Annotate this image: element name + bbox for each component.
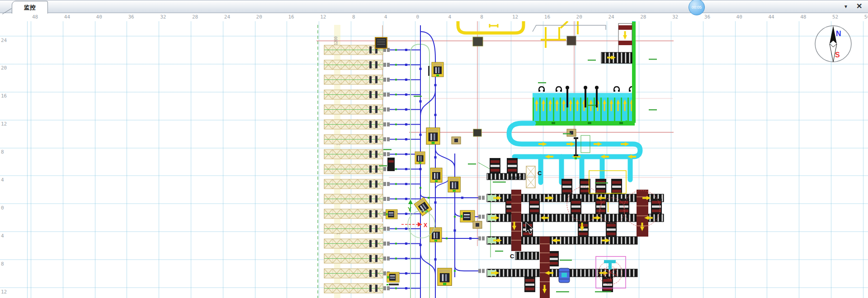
rotate-symbol: C	[510, 253, 514, 260]
dropdown-caret-icon[interactable]: ▼	[844, 5, 848, 9]
ruler-label-top: 24	[608, 14, 614, 20]
ruler-label-left: 4	[1, 233, 4, 239]
pallet-rack-rows	[324, 45, 383, 293]
ruler-label-left: 8	[1, 261, 4, 267]
close-icon[interactable]: ✕	[856, 3, 862, 10]
ruler-label-top: 4	[448, 14, 451, 20]
ruler-vertical: 242016128404812	[0, 21, 8, 298]
axis-x-label: X	[424, 222, 427, 228]
axis-y-label: Y	[408, 206, 411, 213]
ruler-label-left: 24	[1, 37, 7, 43]
ruler-label-top: 44	[768, 14, 774, 20]
ruler-label-left: 0	[1, 205, 4, 211]
compass-south-label: S	[835, 51, 840, 59]
ruler-label-top: 32	[160, 14, 166, 20]
ruler-label-top: 32	[672, 14, 678, 20]
ruler-label-top: 12	[512, 14, 518, 20]
ruler-label-top: 20	[256, 14, 262, 20]
green-guide-lines	[410, 44, 491, 298]
ruler-label-left: 4	[1, 177, 4, 183]
ruler-label-top: 56	[864, 14, 868, 20]
drawing-canvas[interactable]: 1200 2700 3050 1800	[0, 0, 868, 298]
sorter-bank	[533, 86, 635, 126]
ruler-label-top: 40	[96, 14, 102, 20]
ruler-horizontal: 4844403632282420161284048121620242832364…	[0, 13, 868, 21]
ruler-label-top: 12	[320, 14, 326, 20]
ruler-label-top: 36	[128, 14, 134, 20]
ruler-label-left: 8	[1, 149, 4, 155]
ruler-label-top: 52	[832, 14, 838, 20]
ruler-label-left: 12	[1, 121, 7, 127]
rotate-symbol: C	[538, 170, 542, 177]
ruler-label-top: 44	[64, 14, 70, 20]
ruler-label-top: 40	[736, 14, 742, 20]
ruler-label-top: 24	[224, 14, 230, 20]
ruler-label-left: 12	[1, 289, 7, 295]
ruler-label-top: 16	[544, 14, 550, 20]
ruler-label-top: 20	[576, 14, 582, 20]
ruler-label-top: 8	[480, 14, 483, 20]
tab-label: 监控	[24, 4, 36, 12]
ruler-label-left: 20	[1, 65, 7, 71]
titlebar	[0, 0, 868, 13]
compass-north-label: N	[836, 30, 841, 37]
timer-value: 00:05	[692, 5, 702, 9]
ruler-label-top: 48	[32, 14, 38, 20]
ruler-label-top: 28	[640, 14, 646, 20]
ruler-label-top: 8	[352, 14, 355, 20]
ruler-label-top: 48	[800, 14, 806, 20]
tab-monitoring[interactable]: 监控	[12, 1, 48, 14]
dim-label: 1200	[334, 37, 338, 45]
ruler-label-top: 16	[288, 14, 294, 20]
area-label: 老化区	[509, 176, 521, 180]
compass: N S	[815, 26, 851, 62]
ruler-label-top: 0	[416, 14, 420, 20]
ruler-label-top: 28	[192, 14, 198, 20]
ruler-label-left: 16	[1, 93, 7, 99]
ruler-label-top: 4	[384, 14, 387, 20]
ruler-label-top: 36	[704, 14, 710, 20]
